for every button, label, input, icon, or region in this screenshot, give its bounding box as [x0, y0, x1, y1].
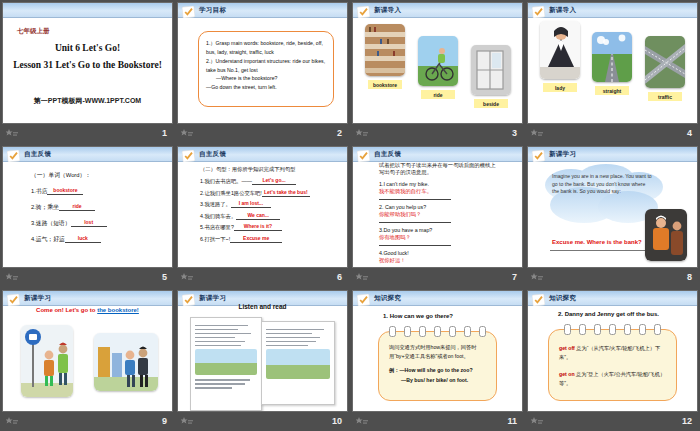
answer-text: lost	[84, 219, 93, 225]
section-header-label: 知识探究	[549, 291, 576, 305]
vocab-label: straight	[595, 86, 629, 95]
vocab-label: beside	[474, 99, 508, 108]
thumbnail-footer: 2	[178, 123, 347, 143]
slide-header-band: 自主反馈	[353, 147, 522, 162]
section-header-label: 新课学习	[549, 147, 576, 161]
thumbnail-footer: 5	[3, 267, 172, 287]
bus-stop-cartoon	[21, 325, 73, 397]
knowledge-question: 1. How can we go there?	[383, 313, 453, 319]
thumbnail-footer: 3	[353, 123, 522, 143]
vocab-label: lady	[543, 83, 577, 92]
slide-1-title-slide: 七年级上册 Unit 6 Let's Go! Lesson 31 Let's G…	[3, 3, 172, 123]
thumbnail-cell-11[interactable]: 知识探究 1. How can we go there? 询问交通方式时用how…	[350, 288, 525, 431]
thumbnail-footer: 9	[3, 411, 172, 431]
exercise-row: 1.我们去书店吧。——Let's go...	[200, 178, 310, 185]
slide-header-band: 自主反馈	[3, 147, 172, 162]
lesson-title: Lesson 31 Let's Go to the Bookstore!	[3, 60, 172, 70]
thumbnail-cell-10[interactable]: 新课学习 Listen and read 10	[175, 288, 350, 431]
page-number: 10	[332, 416, 342, 426]
exercise-row: 2.骑；乘坐ride	[31, 203, 107, 212]
thumbnail-footer: 10	[178, 411, 347, 431]
exercise-row: 2.让我们乘坐1路公交车吧!Let's take the bus!	[200, 190, 310, 197]
vocab-photo-group: traffic	[645, 36, 685, 101]
vocab-photo-group: ride	[418, 36, 458, 99]
exercise-instructions: 试着把以下句子读出来并在每一句话后面的横线上写出句子的汉语意思。	[379, 162, 499, 176]
page-number: 9	[162, 416, 167, 426]
thumbnail-footer: 12	[528, 411, 697, 431]
pencil-check-icon	[532, 292, 545, 304]
goal-line: —Where is the bookstore?	[206, 74, 326, 83]
bookstore-photo	[365, 24, 405, 76]
word-exercise: （一）单词（Word）： 1.书店bookstore 2.骑；乘坐ride 3.…	[31, 171, 107, 251]
slide-thumbnail-grid: 七年级上册 Unit 6 Let's Go! Lesson 31 Let's G…	[0, 0, 700, 431]
exercise-group: 3.Do you have a map?你有地图吗？	[379, 227, 499, 246]
thumbnail-cell-12[interactable]: 知识探究 2. Danny and Jenny get off the bus.…	[525, 288, 700, 431]
spiral-rings-icon	[549, 324, 676, 335]
pencil-check-icon	[7, 148, 20, 160]
answer-text: 你有地图吗？	[379, 234, 499, 241]
thumbnail-footer: 11	[353, 411, 522, 431]
page-number: 2	[337, 128, 342, 138]
slide-5-word-check: 自主反馈 （一）单词（Word）： 1.书店bookstore 2.骑；乘坐ri…	[3, 147, 172, 267]
bookstore-link-text[interactable]: the bookstore!	[97, 307, 139, 313]
ppt-logo-icon	[181, 129, 193, 138]
slide-3-lead-in: 新课导入 bookstore ride beside	[353, 3, 522, 123]
pencil-check-icon	[357, 4, 370, 16]
thumbnail-cell-3[interactable]: 新课导入 bookstore ride beside 3	[350, 0, 525, 144]
ppt-logo-icon	[356, 417, 368, 426]
thumbnail-cell-2[interactable]: 学习目标 1.）Grasp main words: bookstore, rid…	[175, 0, 350, 144]
vocab-photo-group: beside	[471, 45, 511, 108]
pencil-check-icon	[7, 292, 20, 304]
ppt-logo-icon	[6, 417, 18, 426]
thumbnail-cell-5[interactable]: 自主反馈 （一）单词（Word）： 1.书店bookstore 2.骑；乘坐ri…	[0, 144, 175, 288]
vocab-label: ride	[421, 90, 455, 99]
answer-text: 你能帮助我们吗？	[379, 211, 499, 218]
slide-11-knowledge: 知识探究 1. How can we go there? 询问交通方式时用how…	[353, 291, 522, 411]
answer-text: 我不能骑我的自行车。	[379, 188, 499, 195]
page-number: 7	[512, 272, 517, 282]
answer-text: Where is it?	[244, 223, 272, 229]
section-header-label: 新课导入	[374, 3, 401, 17]
ppt-logo-icon	[531, 129, 543, 138]
answer-text: luck	[78, 235, 88, 241]
exercise-row: 4.运气；好运luck	[31, 235, 107, 244]
ppt-logo-icon	[181, 417, 193, 426]
answer-text: 祝你好运！	[379, 257, 499, 264]
exercise-group: 1.I can't ride my bike.我不能骑我的自行车。	[379, 181, 499, 200]
page-number: 3	[512, 128, 517, 138]
slide-12-knowledge: 知识探究 2. Danny and Jenny get off the bus.…	[528, 291, 697, 411]
slide-header-band: 新课导入	[353, 3, 522, 18]
slide-10-listen-read: 新课学习 Listen and read	[178, 291, 347, 411]
exercise-row: 3.迷路（短语）lost	[31, 219, 107, 228]
phrase-term: get off	[559, 345, 575, 351]
sentence-exercise: （二）句型：用你所学知识完成下列句型 1.我们去书店吧。——Let's go..…	[200, 166, 310, 247]
exercise-row: 6.打扰一下~!Excuse me	[200, 236, 310, 243]
answer-text: I am lost...	[239, 200, 263, 206]
answer-text: ride	[72, 203, 81, 209]
thumbnail-cell-1[interactable]: 七年级上册 Unit 6 Let's Go! Lesson 31 Let's G…	[0, 0, 175, 144]
pencil-check-icon	[357, 292, 370, 304]
thumbnail-footer: 7	[353, 267, 522, 287]
slide-header-band: 知识探究	[528, 291, 697, 306]
beside-window-photo	[471, 45, 511, 95]
example-answer: —By bus/ her bike/ on foot.	[389, 376, 486, 385]
situation-text: Imagine you are in a new place. You want…	[552, 173, 652, 196]
pencil-check-icon	[532, 148, 545, 160]
exercise-row: 5.书店在哪里?Where is it?	[200, 224, 310, 231]
ppt-logo-icon	[6, 273, 18, 282]
pencil-check-icon	[532, 4, 545, 16]
thumbnail-footer: 1	[3, 123, 172, 143]
thumbnail-cell-7[interactable]: 自主反馈 试着把以下句子读出来并在每一句话后面的横线上写出句子的汉语意思。 1.…	[350, 144, 525, 288]
key-sentence: Excuse me. Where is the bank?	[552, 239, 642, 245]
answer-text: Excuse me	[243, 235, 269, 241]
thumbnail-cell-6[interactable]: 自主反馈 （二）句型：用你所学知识完成下列句型 1.我们去书店吧。——Let's…	[175, 144, 350, 288]
thumbnail-cell-4[interactable]: 新课导入 lady straight traffic 4	[525, 0, 700, 144]
textbook-page-right	[261, 321, 335, 405]
vocab-label: traffic	[648, 92, 682, 101]
straight-road-photo	[592, 32, 632, 82]
vocab-label: bookstore	[368, 80, 402, 89]
thumbnail-cell-9[interactable]: 新课学习 Come on! Let's go to the bookstore!…	[0, 288, 175, 431]
example-question: 例：—How will she go to the zoo?	[389, 366, 486, 375]
exercise-section-title: （二）句型：用你所学知识完成下列句型	[200, 166, 310, 173]
thumbnail-cell-8[interactable]: 新课学习 Imagine you are in a new place. You…	[525, 144, 700, 288]
